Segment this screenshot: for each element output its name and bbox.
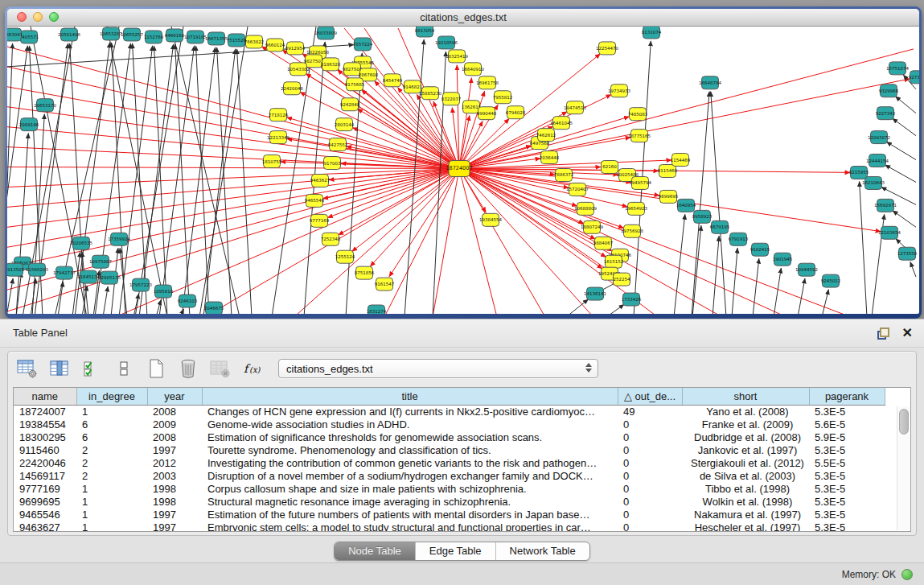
table-cell[interactable]: 5.3E-5 — [809, 496, 885, 509]
graph-node[interactable]: 19756928 — [621, 225, 643, 237]
graph-node[interactable]: 7252348 — [321, 233, 341, 245]
minimize-window-icon[interactable] — [33, 12, 43, 22]
table-cell[interactable]: Franke et al. (2009) — [682, 418, 809, 431]
table-cell[interactable]: 5.3E-5 — [809, 483, 885, 496]
graph-node[interactable]: 7955812 — [493, 91, 512, 104]
graph-node[interactable]: 15751074 — [886, 62, 909, 75]
graph-node[interactable]: 22420046 — [281, 82, 303, 95]
table-row[interactable]: 946554611997Estimation of the future num… — [14, 509, 885, 521]
graph-node[interactable]: 1273550 — [897, 247, 918, 260]
graph-node[interactable]: 7462612 — [536, 129, 556, 142]
graph-node[interactable]: 1640954 — [676, 199, 696, 212]
table-cell[interactable]: Disruption of a novel member of a sodium… — [202, 470, 618, 483]
graph-node[interactable]: 9329966 — [879, 84, 899, 97]
graph-node[interactable]: 6466160 — [165, 29, 185, 42]
graph-node[interactable]: 1152760 — [144, 31, 164, 43]
table-cell[interactable]: 49 — [618, 406, 682, 419]
graph-node[interactable]: 7663822 — [244, 35, 264, 48]
graph-node[interactable]: 10719185 — [184, 31, 207, 43]
graph-node[interactable]: 1863041 — [7, 28, 23, 41]
graph-node[interactable]: 1615152 — [604, 255, 623, 268]
graph-node[interactable]: 11568203 — [26, 263, 48, 276]
table-cell[interactable]: 9777169 — [14, 483, 76, 496]
table-cell[interactable]: 6 — [76, 418, 147, 431]
table-cell[interactable]: 9463627 — [14, 521, 76, 532]
table-cell[interactable]: Estimation of significance thresholds fo… — [202, 431, 618, 444]
column-header-out_de[interactable]: △ out_de... — [618, 388, 682, 406]
graph-node[interactable]: 12444154 — [866, 154, 889, 167]
table-cell[interactable]: 2009 — [147, 418, 202, 431]
column-header-pagerank[interactable]: pagerank — [809, 388, 885, 406]
graph-node[interactable]: 1901945 — [773, 253, 793, 266]
table-cell[interactable]: 2012 — [147, 457, 202, 470]
table-cell[interactable]: Stergiakouli et al. (2012) — [682, 457, 809, 470]
table-cell[interactable]: 0 — [618, 418, 682, 431]
select-columns-icon[interactable] — [80, 357, 103, 380]
table-row[interactable]: 1830029562008Estimation of significance … — [14, 431, 885, 444]
table-cell[interactable]: 0 — [618, 444, 682, 457]
graph-node[interactable]: 9161547 — [375, 278, 395, 290]
table-cell[interactable]: Tibbo et al. (1998) — [682, 483, 809, 496]
graph-node[interactable]: 6794028 — [506, 106, 526, 119]
graph-node[interactable]: 2803144 — [335, 118, 355, 131]
graph-node[interactable]: 16671355 — [205, 32, 228, 45]
float-panel-icon[interactable] — [877, 328, 889, 340]
table-cell[interactable]: 22420046 — [14, 457, 76, 470]
graph-node[interactable]: 8322037 — [441, 93, 462, 105]
table-cell[interactable]: Changes of HCN gene expression and I(f) … — [202, 406, 618, 419]
window-titlebar[interactable]: citations_edges.txt — [7, 9, 919, 27]
column-visibility-icon[interactable] — [48, 357, 71, 380]
graph-node[interactable]: 6791913 — [729, 233, 749, 245]
graph-node[interactable]: 12213349 — [267, 131, 290, 144]
table-select-dropdown[interactable]: citations_edges.txt — [278, 359, 598, 378]
graph-node[interactable]: 16210643 — [862, 176, 885, 189]
table-row[interactable]: 2242004622012Investigating the contribut… — [14, 457, 885, 470]
table-cell[interactable]: Embryonic stem cells: a model to study s… — [202, 521, 618, 532]
table-cell[interactable]: 1997 — [147, 444, 202, 457]
table-cell[interactable]: 1 — [76, 509, 147, 521]
tab-edge-table[interactable]: Edge Table — [415, 542, 495, 560]
table-row[interactable]: 1456911722003Disruption of a novel membe… — [14, 470, 885, 483]
table-cell[interactable]: Estimation of the future numbers of pati… — [202, 509, 618, 521]
column-header-year[interactable]: year — [147, 388, 202, 406]
table-cell[interactable]: 9699695 — [14, 496, 76, 509]
graph-node[interactable]: 18724007 — [446, 161, 472, 177]
graph-node[interactable]: 16961758 — [476, 76, 499, 89]
table-cell[interactable]: Dudbridge et al. (2008) — [682, 431, 809, 444]
graph-node[interactable]: 9273441 — [909, 71, 919, 84]
table-cell[interactable]: 19384554 — [14, 418, 76, 431]
table-cell[interactable]: 0 — [618, 457, 682, 470]
table-cell[interactable]: 9115460 — [14, 444, 76, 457]
delete-entry-icon[interactable] — [177, 357, 199, 380]
table-cell[interactable]: 2 — [76, 470, 147, 483]
graph-node[interactable]: 252254 — [614, 273, 630, 286]
table-cell[interactable]: 5.3E-5 — [809, 521, 885, 532]
table-cell[interactable]: 2003 — [147, 470, 202, 483]
graph-node[interactable]: 9699695 — [659, 190, 679, 203]
graph-node[interactable]: 9245012 — [821, 274, 840, 287]
table-cell[interactable]: 5.6E-5 — [809, 418, 885, 431]
graph-node[interactable]: 7485083 — [628, 108, 648, 121]
table-cell[interactable]: Tourette syndrome. Phenomenology and cla… — [202, 444, 618, 457]
table-cell[interactable]: 2 — [76, 444, 147, 457]
graph-node[interactable]: 7857224 — [353, 38, 373, 51]
table-cell[interactable]: 2008 — [147, 406, 202, 419]
scrollbar-thumb[interactable] — [899, 409, 909, 435]
graph-node[interactable]: 9102415 — [750, 243, 770, 256]
graph-node[interactable]: 917003 — [324, 157, 341, 170]
table-cell[interactable]: Genome-wide association studies in ADHD. — [202, 418, 618, 431]
graph-node[interactable]: 16648784 — [699, 76, 721, 89]
graph-node[interactable]: 12093872 — [868, 131, 890, 144]
column-header-title[interactable]: title — [202, 388, 618, 406]
table-cell[interactable]: 1 — [76, 483, 147, 496]
graph-node[interactable]: 6679195 — [710, 220, 730, 233]
table-cell[interactable]: 2008 — [147, 431, 202, 444]
graph-node[interactable]: 17942737 — [53, 266, 76, 279]
tab-network-table[interactable]: Network Table — [495, 542, 589, 560]
function-builder-icon[interactable]: f (x) — [241, 357, 264, 380]
graph-node[interactable]: 1733426 — [622, 293, 642, 306]
network-canvas[interactable]: 1872400776638229660124891295418226058982… — [7, 27, 919, 314]
graph-node[interactable]: 14136141 — [584, 287, 606, 300]
graph-node[interactable]: 18325419 — [446, 50, 468, 63]
graph-node[interactable]: 1831274 — [367, 305, 387, 314]
